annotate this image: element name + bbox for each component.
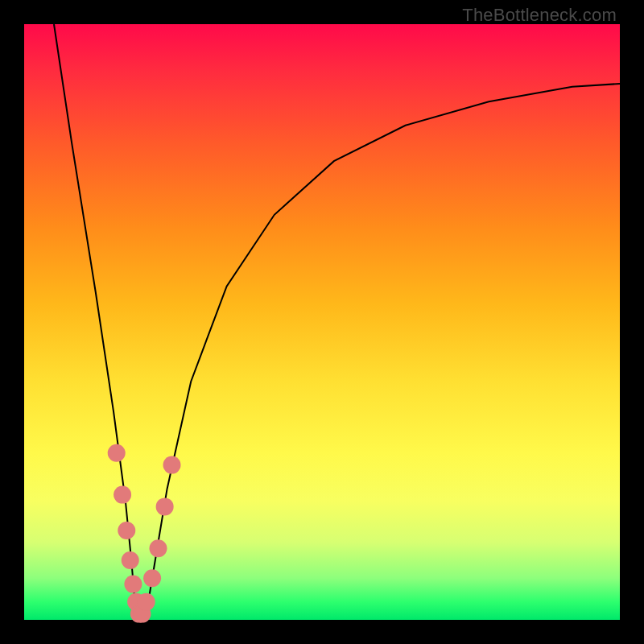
marker-dot [114, 486, 131, 504]
marker-dot [150, 539, 167, 557]
marker-dot [138, 593, 155, 611]
chart-frame: TheBottleneck.com [0, 0, 644, 644]
marker-dot [108, 444, 126, 462]
marker-dot [163, 456, 181, 474]
highlighted-points [108, 444, 181, 623]
marker-dot [122, 551, 139, 569]
marker-dot [124, 576, 142, 593]
watermark-text: TheBottleneck.com [462, 5, 617, 26]
marker-dot [156, 497, 174, 515]
marker-dot [143, 569, 161, 587]
marker-dot [118, 522, 135, 539]
plot-area [24, 24, 620, 620]
curve-svg [24, 24, 620, 620]
bottleneck-curve [54, 24, 620, 620]
